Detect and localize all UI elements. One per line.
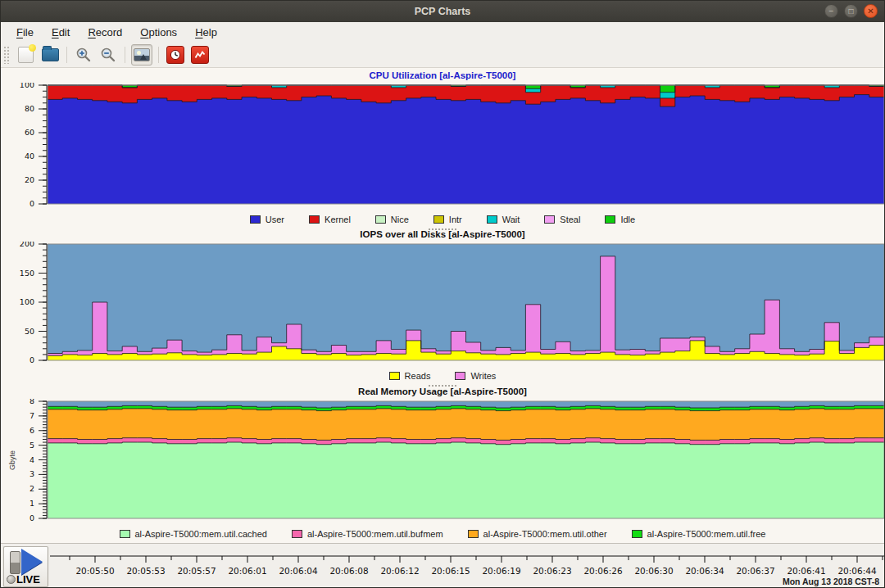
menu-record[interactable]: Record xyxy=(80,25,129,40)
legend-swatch xyxy=(292,530,302,538)
svg-text:0: 0 xyxy=(30,513,34,522)
legend-item: al-Aspire-T5000:mem.util.free xyxy=(632,529,766,539)
svg-text:20:06:15: 20:06:15 xyxy=(431,566,470,576)
svg-text:20:06:01: 20:06:01 xyxy=(228,566,266,576)
legend-swatch xyxy=(605,215,615,224)
svg-text:20:06:26: 20:06:26 xyxy=(583,566,622,576)
memory-chart-plot[interactable]: 012345678 xyxy=(1,399,885,522)
svg-text:20: 20 xyxy=(25,175,34,184)
memory-chart-legend: al-Aspire-T5000:mem.util.cachedal-Aspire… xyxy=(1,527,884,541)
titlebar[interactable]: PCP Charts − □ ✕ xyxy=(1,1,884,22)
legend-item: Kernel xyxy=(309,215,351,224)
legend-item: User xyxy=(250,215,284,224)
zoom-in-button[interactable] xyxy=(73,44,94,66)
minimize-icon[interactable]: − xyxy=(824,4,838,18)
legend-swatch xyxy=(544,215,555,224)
svg-text:0: 0 xyxy=(30,355,34,364)
iops-chart-title: IOPS over all Disks [al-Aspire-T5000] xyxy=(1,229,884,242)
toolbar-separator xyxy=(158,47,159,63)
legend-swatch xyxy=(433,215,444,224)
time-axis[interactable]: 20:05:5020:05:5320:05:5720:06:0120:06:04… xyxy=(1,545,885,581)
svg-text:40: 40 xyxy=(25,152,34,161)
svg-text:0: 0 xyxy=(30,199,34,207)
toolbar-separator xyxy=(125,47,125,63)
legend-item: Writes xyxy=(455,371,496,381)
svg-text:20:05:53: 20:05:53 xyxy=(126,566,165,576)
new-chart-button[interactable] xyxy=(189,44,211,66)
menu-options[interactable]: Options xyxy=(133,25,184,40)
close-icon[interactable]: ✕ xyxy=(864,4,878,18)
svg-text:20:06:37: 20:06:37 xyxy=(736,566,774,576)
maximize-icon[interactable]: □ xyxy=(844,4,858,18)
iops-chart-plot[interactable]: 050100150200 xyxy=(1,242,885,364)
svg-text:20:05:50: 20:05:50 xyxy=(75,566,114,576)
window-title: PCP Charts xyxy=(415,6,471,17)
legend-item: al-Aspire-T5000:mem.util.other xyxy=(468,529,607,539)
zoom-out-button[interactable] xyxy=(98,44,119,66)
time-axis-panel: LIVE 20:05:5020:05:5320:05:5720:06:0120:… xyxy=(1,543,884,588)
charts-area: CPU Utilization [al-Aspire-T5000] 020406… xyxy=(1,69,884,543)
time-controls-icon xyxy=(166,46,184,64)
svg-text:20:06:41: 20:06:41 xyxy=(787,566,825,576)
date-label: Mon Aug 13 2018 CST-8 xyxy=(783,577,879,586)
cpu-chart-legend: UserKernelNiceIntrWaitStealIdle xyxy=(1,212,884,227)
svg-text:1: 1 xyxy=(30,499,34,508)
open-view-button[interactable] xyxy=(39,44,61,66)
legend-swatch xyxy=(487,215,497,224)
legend-swatch xyxy=(309,215,320,224)
toolbar xyxy=(1,42,884,68)
memory-chart-title: Real Memory Usage [al-Aspire-T5000] xyxy=(1,387,884,399)
svg-text:3: 3 xyxy=(30,469,34,478)
svg-text:50: 50 xyxy=(25,327,34,336)
legend-swatch xyxy=(632,530,642,538)
svg-text:5: 5 xyxy=(30,441,34,450)
memory-chart-block: Real Memory Usage [al-Aspire-T5000] Gbyt… xyxy=(1,387,884,541)
memory-y-axis-label: Gbyte xyxy=(8,450,16,470)
new-view-icon xyxy=(18,47,34,63)
legend-item: Intr xyxy=(433,215,462,224)
legend-item: Wait xyxy=(487,215,520,224)
svg-text:7: 7 xyxy=(30,411,34,420)
zoom-in-icon xyxy=(75,47,92,63)
cpu-chart-plot[interactable]: 020406080100 xyxy=(1,83,885,207)
menubar: FileEditRecordOptionsHelp xyxy=(1,22,884,42)
svg-text:80: 80 xyxy=(25,104,34,113)
legend-swatch xyxy=(468,530,479,538)
svg-text:20:06:19: 20:06:19 xyxy=(482,566,520,576)
legend-swatch xyxy=(455,372,465,380)
svg-text:20:06:12: 20:06:12 xyxy=(380,566,419,576)
svg-text:8: 8 xyxy=(30,399,34,405)
window-controls: − □ ✕ xyxy=(824,4,878,18)
svg-text:200: 200 xyxy=(20,242,34,248)
svg-text:20:06:23: 20:06:23 xyxy=(533,566,571,576)
new-chart-icon xyxy=(191,46,209,64)
toolbar-separator xyxy=(66,47,67,63)
svg-text:20:06:30: 20:06:30 xyxy=(634,566,673,576)
menu-file[interactable]: File xyxy=(9,25,41,40)
svg-text:20:06:04: 20:06:04 xyxy=(279,566,317,576)
svg-text:6: 6 xyxy=(30,426,34,435)
iops-chart-legend: ReadsWrites xyxy=(1,369,884,383)
svg-text:2: 2 xyxy=(30,484,34,493)
svg-text:20:06:44: 20:06:44 xyxy=(837,566,876,576)
legend-swatch xyxy=(120,530,130,538)
svg-text:100: 100 xyxy=(20,83,34,89)
open-folder-icon xyxy=(42,48,59,61)
export-image-icon xyxy=(134,48,150,61)
legend-item: Reads xyxy=(389,371,431,381)
legend-item: Nice xyxy=(375,215,409,224)
toolbar-drag-handle[interactable] xyxy=(3,46,10,64)
menu-edit[interactable]: Edit xyxy=(44,25,77,40)
svg-text:60: 60 xyxy=(25,128,34,137)
legend-item: Idle xyxy=(605,215,635,224)
new-view-button[interactable] xyxy=(15,44,36,66)
svg-text:20:05:57: 20:05:57 xyxy=(177,566,216,576)
iops-chart-block: IOPS over all Disks [al-Aspire-T5000] 05… xyxy=(1,229,884,387)
legend-item: al-Aspire-T5000:mem.util.cached xyxy=(120,529,267,539)
menu-help[interactable]: Help xyxy=(188,25,225,40)
time-controls-button[interactable] xyxy=(165,44,186,66)
pcp-charts-window: PCP Charts − □ ✕ FileEditRecordOptionsHe… xyxy=(0,0,885,588)
legend-item: al-Aspire-T5000:mem.util.bufmem xyxy=(292,529,443,539)
export-image-button[interactable] xyxy=(131,44,152,66)
legend-swatch xyxy=(375,215,386,224)
